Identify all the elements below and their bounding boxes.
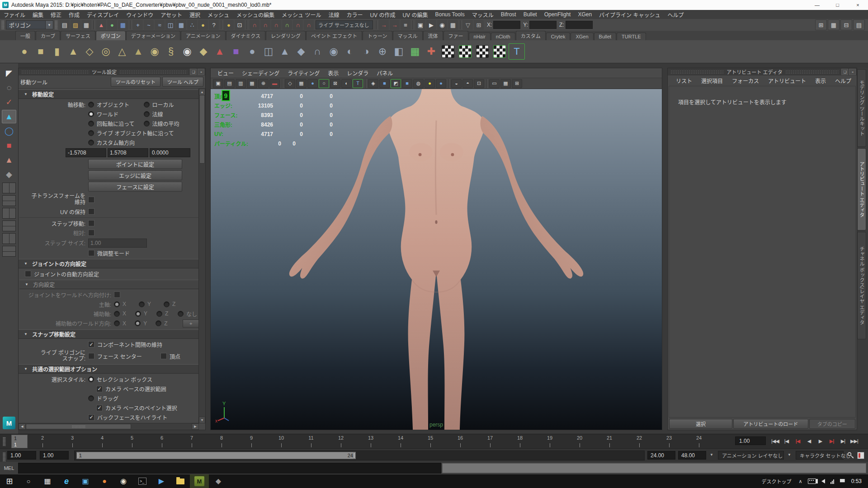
poly-platonic-icon[interactable]: ◆: [196, 44, 211, 59]
animation-start-field[interactable]: 1.00: [7, 451, 36, 460]
status-grip[interactable]: [1, 20, 5, 29]
menu-14[interactable]: UV の編集: [399, 11, 431, 19]
wire-on-shaded-icon[interactable]: ◈: [368, 79, 378, 88]
set-to-edge-button[interactable]: エッジに設定: [88, 170, 182, 180]
tray-chevron-icon[interactable]: ∧: [799, 479, 802, 484]
shelf-tab-カーブ[interactable]: カーブ: [36, 31, 60, 40]
shelf-tab-流体[interactable]: 流体: [423, 31, 443, 40]
shelf-tab-Crytek[interactable]: Crytek: [546, 33, 571, 40]
float-panel-icon[interactable]: ❏: [190, 69, 197, 75]
drag-handle[interactable]: [21, 70, 89, 74]
grid-options-icon[interactable]: ▽: [463, 20, 473, 30]
ae-button-1[interactable]: アトリビュートのロード: [733, 419, 808, 429]
poly-cylinder-icon[interactable]: ▮: [49, 44, 65, 59]
xray-mode-icon[interactable]: ◐: [341, 79, 352, 88]
smooth-icon[interactable]: ●: [245, 44, 260, 59]
tweak-mode-checkbox[interactable]: [88, 250, 94, 256]
timeline-frame-14[interactable]: 14: [398, 435, 403, 441]
timeline-grip[interactable]: [3, 437, 6, 446]
mirror-geometry-icon[interactable]: ◧: [391, 44, 406, 59]
menu-11[interactable]: 法線: [325, 11, 343, 19]
set-to-point-button[interactable]: ポイントに設定: [88, 159, 182, 169]
section-joint-orient[interactable]: ▼ ジョイントの方向設定: [19, 259, 199, 268]
cmd-button[interactable]: >_: [133, 474, 152, 488]
select-by-joints-icon[interactable]: ~: [144, 20, 154, 30]
select-by-deformers-icon[interactable]: ▦: [176, 20, 186, 30]
ae-menu-1[interactable]: 選択項目: [697, 77, 727, 84]
viewport-menu-2[interactable]: ライティング: [283, 69, 324, 77]
viewport-menu-3[interactable]: 表示: [324, 69, 343, 77]
poly-pipe-icon[interactable]: ◉: [147, 44, 162, 59]
step-back-key-button[interactable]: |◀: [792, 436, 803, 446]
new-scene-icon[interactable]: ▤: [60, 20, 70, 30]
viewport-3d-area[interactable]: 頂点:471700エッジ:1310500フェース:839300三角形:84260…: [211, 89, 662, 430]
primary-y-radio[interactable]: [139, 301, 145, 307]
local-radio[interactable]: [144, 102, 150, 108]
section-orient-settings[interactable]: ▼ 方向設定: [19, 280, 199, 289]
ae-menu-4[interactable]: 表示: [811, 77, 830, 84]
step-back-frame-button[interactable]: |◀: [781, 436, 792, 446]
normal-radio[interactable]: [144, 111, 150, 117]
view-camera-icon[interactable]: ▣: [213, 79, 223, 88]
task-view-button[interactable]: ▦: [38, 474, 57, 488]
merge-vertices-icon[interactable]: ◉: [326, 44, 341, 59]
viewport-menu-5[interactable]: パネル: [373, 69, 397, 77]
time-slider[interactable]: 123456789101112131415161718192021222324 …: [0, 434, 868, 449]
menu-10[interactable]: メッシュ ツール: [278, 11, 325, 19]
menu-5[interactable]: ウィンドウ: [123, 11, 157, 19]
maya-button[interactable]: M: [190, 474, 209, 488]
shelf-tab-nHair[interactable]: nHair: [469, 33, 491, 40]
selection-box-radio[interactable]: [88, 376, 94, 382]
timeline-frame-19[interactable]: 19: [547, 435, 552, 441]
quick-render-icon[interactable]: ▶: [426, 20, 436, 30]
shelf-tab-Bullet[interactable]: Bullet: [594, 33, 617, 40]
layout-two-stacked-button[interactable]: [2, 208, 16, 219]
menu-16[interactable]: マッスル: [468, 11, 497, 19]
shelf-tab-カスタム[interactable]: カスタム: [516, 31, 546, 40]
relative-checkbox[interactable]: [88, 230, 94, 236]
maximize-button[interactable]: □: [827, 0, 848, 10]
flat-shade-icon[interactable]: ○: [319, 79, 329, 88]
timeline-frame-24[interactable]: 24: [696, 435, 702, 441]
select-by-dynamics-icon[interactable]: ∴: [187, 20, 197, 30]
auto-joint-orient-checkbox[interactable]: [25, 271, 31, 277]
eraser-icon[interactable]: ▬: [269, 79, 280, 88]
preserve-child-checkbox[interactable]: [88, 197, 94, 203]
chevron-down-icon[interactable]: ▼: [710, 453, 713, 457]
ipr-render-icon[interactable]: ◉: [437, 20, 447, 30]
save-scene-icon[interactable]: ▦: [81, 20, 91, 30]
timeline-frame-2[interactable]: 2: [41, 435, 44, 441]
layout-two-side-button[interactable]: [2, 195, 16, 206]
right-tab-2[interactable]: チャネル ボックス/レイヤ エディタ: [857, 232, 866, 339]
status-grip[interactable]: [55, 20, 58, 29]
ae-menu-5[interactable]: ヘルプ: [830, 77, 856, 84]
move-tool[interactable]: ▲: [2, 110, 16, 123]
modeling-toolkit-toggle-icon[interactable]: ▤: [853, 19, 865, 30]
menu-18[interactable]: Bullet: [520, 11, 541, 18]
shelf-tab-ポリゴン[interactable]: ポリゴン: [96, 31, 126, 40]
secondary-z-radio[interactable]: [156, 311, 162, 317]
set-key-icon[interactable]: [847, 452, 854, 459]
render-view-icon[interactable]: ▣: [415, 20, 425, 30]
separate-icon[interactable]: ◐: [342, 44, 358, 59]
film-gate-icon[interactable]: ⊡: [474, 79, 484, 88]
snap-curve-icon[interactable]: ∩: [260, 20, 270, 30]
select-object-icon[interactable]: ●: [107, 20, 117, 30]
menu-22[interactable]: ヘルプ: [664, 11, 687, 19]
default-material-icon[interactable]: ■: [379, 79, 390, 88]
close-panel-icon[interactable]: ×: [198, 69, 204, 75]
lock-selection-icon[interactable]: ●: [224, 20, 234, 30]
boolean-icon[interactable]: ⊕: [375, 44, 390, 59]
timeline-frame-9[interactable]: 9: [250, 435, 253, 441]
minimize-button[interactable]: —: [807, 0, 827, 10]
float-panel-icon[interactable]: ❏: [841, 69, 848, 75]
input-connections-icon[interactable]: →: [379, 20, 389, 30]
open-scene-icon[interactable]: ▨: [71, 20, 80, 30]
light-b-icon[interactable]: ●: [436, 79, 446, 88]
step-size-field[interactable]: [88, 239, 147, 248]
light-a-icon[interactable]: ●: [425, 79, 435, 88]
menu-3[interactable]: 作成: [65, 11, 83, 19]
section-common-selection[interactable]: ▼ 共通の選択範囲オプション: [19, 364, 199, 374]
x-input[interactable]: [493, 21, 520, 29]
along-live-object-radio[interactable]: [88, 130, 94, 136]
